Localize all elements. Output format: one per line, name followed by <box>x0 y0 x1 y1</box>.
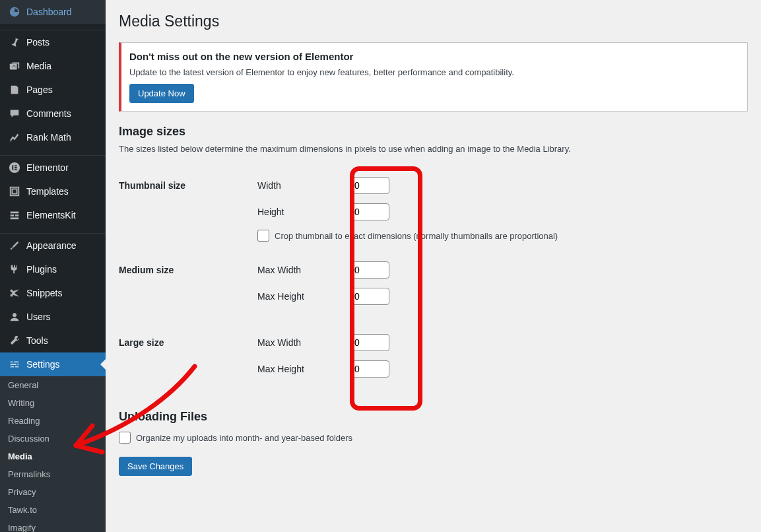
svg-rect-7 <box>12 189 17 193</box>
submenu-writing[interactable]: Writing <box>0 394 106 412</box>
comments-icon <box>8 107 21 120</box>
brush-icon <box>8 239 21 252</box>
main-content: Media Settings Don't miss out on the new… <box>106 0 761 532</box>
dashboard-icon <box>8 5 21 18</box>
large-maxheight-input[interactable] <box>350 360 389 378</box>
update-now-button[interactable]: Update Now <box>129 84 194 103</box>
thumbnail-height-input[interactable] <box>350 203 389 220</box>
large-maxwidth-label: Max Width <box>257 337 350 348</box>
medium-maxheight-input[interactable] <box>350 288 389 305</box>
sidebar-item-label: Elementor <box>26 162 69 173</box>
save-changes-button[interactable]: Save Changes <box>119 457 192 476</box>
pages-icon <box>8 83 21 96</box>
scissors-icon <box>8 286 21 300</box>
settings-submenu: General Writing Reading Discussion Media… <box>0 376 106 532</box>
settings-table: Thumbnail size Width Height Crop thumbna… <box>119 167 748 397</box>
sidebar-item-label: Appearance <box>26 240 77 251</box>
plug-icon <box>8 263 21 276</box>
page-title: Media Settings <box>119 7 748 33</box>
sidebar-item-label: Tools <box>26 335 48 346</box>
image-sizes-heading: Image sizes <box>119 125 748 139</box>
sidebar-item-label: Snippets <box>26 288 62 298</box>
sidebar-item-appearance[interactable]: Appearance <box>0 234 106 257</box>
thumbnail-width-label: Width <box>257 180 350 191</box>
wrench-icon <box>8 334 21 347</box>
submenu-permalinks[interactable]: Permalinks <box>0 465 106 483</box>
svg-rect-3 <box>15 165 17 166</box>
sidebar-item-pages[interactable]: Pages <box>0 78 106 102</box>
sidebar-item-elementor[interactable]: Elementor <box>0 156 106 180</box>
elementor-icon <box>8 161 21 174</box>
svg-point-9 <box>11 294 13 297</box>
thumbnail-crop-checkbox[interactable] <box>257 230 269 242</box>
sidebar-item-elementskit[interactable]: ElementsKit <box>0 203 106 227</box>
submenu-privacy[interactable]: Privacy <box>0 483 106 501</box>
sidebar-item-snippets[interactable]: Snippets <box>0 281 106 305</box>
large-size-label: Large size <box>119 324 251 397</box>
submenu-reading[interactable]: Reading <box>0 412 106 430</box>
sidebar-item-label: Comments <box>26 108 71 119</box>
organize-uploads-checkbox[interactable] <box>119 432 131 444</box>
sidebar-item-label: Dashboard <box>26 7 72 17</box>
submenu-tawkto[interactable]: Tawk.to <box>0 501 106 519</box>
sidebar-item-label: Plugins <box>26 264 57 275</box>
pin-icon <box>8 36 21 49</box>
media-icon <box>8 59 21 73</box>
sidebar-item-label: Pages <box>26 84 53 95</box>
medium-maxwidth-input[interactable] <box>350 261 389 279</box>
sidebar-item-posts[interactable]: Posts <box>0 30 106 54</box>
svg-point-10 <box>13 313 17 317</box>
svg-rect-5 <box>15 169 17 170</box>
admin-sidebar: Dashboard Posts Media Pages Comments Ran… <box>0 0 106 532</box>
svg-rect-0 <box>10 63 17 69</box>
update-notice: Don't miss out on the new version of Ele… <box>119 42 748 112</box>
thumbnail-size-label: Thumbnail size <box>119 167 251 251</box>
sidebar-item-plugins[interactable]: Plugins <box>0 257 106 281</box>
ekit-icon <box>8 209 21 222</box>
sidebar-item-label: Users <box>26 312 51 322</box>
thumbnail-crop-label: Crop thumbnail to exact dimensions (norm… <box>275 231 558 241</box>
submenu-discussion[interactable]: Discussion <box>0 430 106 448</box>
svg-rect-2 <box>12 165 13 170</box>
chart-icon <box>8 131 21 144</box>
submenu-imagify[interactable]: Imagify <box>0 519 106 532</box>
medium-maxheight-label: Max Height <box>257 291 350 302</box>
sidebar-item-comments[interactable]: Comments <box>0 102 106 125</box>
organize-uploads-label: Organize my uploads into month- and year… <box>136 433 352 443</box>
sidebar-item-rankmath[interactable]: Rank Math <box>0 125 106 149</box>
sliders-icon <box>8 358 21 371</box>
large-maxwidth-input[interactable] <box>350 334 389 351</box>
sidebar-item-label: Media <box>26 61 51 71</box>
thumbnail-height-label: Height <box>257 207 350 217</box>
templates-icon <box>8 185 21 198</box>
sidebar-item-label: Posts <box>26 37 50 48</box>
sidebar-item-label: Settings <box>26 359 60 370</box>
sidebar-item-settings[interactable]: Settings <box>0 352 106 376</box>
uploading-files-heading: Uploading Files <box>119 410 748 424</box>
medium-size-label: Medium size <box>119 251 251 324</box>
submenu-general[interactable]: General <box>0 376 106 394</box>
medium-maxwidth-label: Max Width <box>257 265 350 275</box>
sidebar-item-templates[interactable]: Templates <box>0 180 106 203</box>
svg-point-8 <box>11 289 13 292</box>
sidebar-item-users[interactable]: Users <box>0 305 106 329</box>
thumbnail-width-input[interactable] <box>350 177 389 194</box>
large-maxheight-label: Max Height <box>257 364 350 374</box>
submenu-media[interactable]: Media <box>0 448 106 465</box>
sidebar-item-dashboard[interactable]: Dashboard <box>0 0 106 24</box>
users-icon <box>8 310 21 323</box>
sidebar-item-label: Templates <box>26 186 69 197</box>
sidebar-item-label: ElementsKit <box>26 210 76 220</box>
notice-body: Update to the latest version of Elemento… <box>129 67 739 77</box>
sidebar-item-media[interactable]: Media <box>0 54 106 78</box>
notice-headline: Don't miss out on the new version of Ele… <box>129 51 739 62</box>
sidebar-item-tools[interactable]: Tools <box>0 329 106 352</box>
sidebar-item-label: Rank Math <box>26 132 71 143</box>
svg-rect-4 <box>15 167 17 168</box>
image-sizes-description: The sizes listed below determine the max… <box>119 144 748 154</box>
